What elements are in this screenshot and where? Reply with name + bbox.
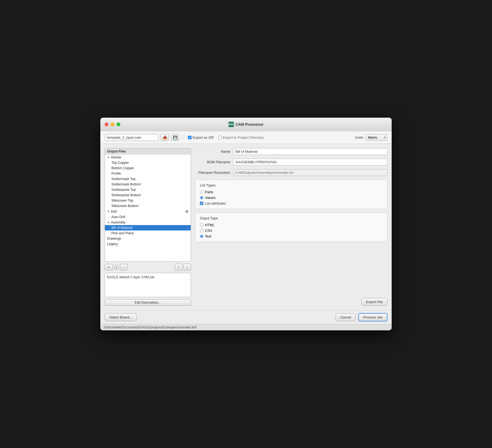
export-zip-checkbox[interactable] [188, 136, 192, 139]
output-type-text-radio[interactable] [200, 235, 203, 238]
remove-item-button[interactable]: - [120, 264, 127, 270]
output-type-text-item[interactable]: Text [200, 234, 383, 238]
description-box: EAGLE default 2 layer CAM job. [105, 273, 191, 297]
tree-item-bill-of-material[interactable]: Bill of Material [105, 225, 191, 230]
filename-resolution-field-row: Filename Resolution [195, 169, 387, 176]
process-job-button[interactable]: Process Job [358, 313, 387, 321]
name-field-row: Name [195, 148, 387, 155]
window-title: CAM Processor [235, 122, 264, 127]
list-types-values-radio[interactable] [200, 196, 203, 199]
units-select[interactable]: Metric Imperial [365, 134, 387, 141]
export-project-group: Export to Project Directory [218, 135, 264, 140]
export-zip-label[interactable]: Export as ZIP [193, 135, 214, 140]
list-types-values-label: Values [205, 196, 216, 200]
open-icon: 📤 [163, 135, 167, 140]
tree-item-drawings[interactable]: Drawings [105, 236, 191, 241]
bottom-bar: Select Board... Cancel Process Job [100, 310, 392, 324]
output-type-html-radio[interactable] [200, 223, 203, 227]
output-type-csv-item[interactable]: CSV [200, 229, 383, 233]
export-project-label[interactable]: Export to Project Directory [223, 135, 264, 140]
soldermask-top-label: Soldermask Top [111, 177, 135, 181]
output-type-text-label: Text [205, 234, 211, 238]
save-file-button[interactable]: 💾 [171, 134, 179, 141]
bom-filename-label: BOM Filename [195, 160, 230, 164]
output-type-html-label: HTML [205, 223, 214, 227]
list-controls: + ▾ - ↑ ↓ [105, 264, 191, 271]
tree-item-pick-and-place[interactable]: Pick and Place [105, 230, 191, 236]
tree-item-solderpaste-top[interactable]: Solderpaste Top [105, 187, 191, 192]
titlebar-title: BRD CAM Processor [228, 122, 264, 127]
bom-filename-field-row: BOM Filename [195, 159, 387, 165]
action-buttons: Cancel Process Job [336, 313, 387, 321]
tree-item-bottom-copper[interactable]: Bottom Copper [105, 165, 191, 171]
app-icon: BRD [228, 122, 234, 127]
tree-item-drill[interactable]: ▼ Drill ⚙ [105, 209, 191, 214]
toolbar-separator [182, 135, 183, 140]
list-types-title: List Types [200, 183, 383, 187]
list-types-values-item[interactable]: Values [200, 196, 383, 200]
name-input[interactable] [233, 148, 387, 155]
cancel-button[interactable]: Cancel [336, 313, 356, 321]
output-type-csv-radio[interactable] [200, 229, 203, 232]
tree-header: Output Files [105, 148, 191, 155]
minimize-button[interactable] [111, 123, 114, 126]
output-type-csv-label: CSV [205, 229, 212, 233]
bottom-copper-label: Bottom Copper [111, 166, 134, 170]
solderpaste-top-label: Solderpaste Top [111, 188, 136, 192]
tree-item-top-copper[interactable]: Top Copper [105, 160, 191, 165]
drill-arrow: ▼ [107, 210, 110, 213]
close-button[interactable] [105, 123, 108, 126]
list-attributes-checkbox[interactable] [200, 202, 203, 205]
list-attributes-label: List attributes [205, 201, 226, 205]
filename-resolution-label: Filename Resolution [195, 171, 230, 175]
description-text: EAGLE default 2 layer CAM job. [107, 275, 155, 279]
drill-settings-icon[interactable]: ⚙ [185, 209, 189, 213]
main-content: Output Files ▼ Gerber Top Copper Bottom … [100, 144, 392, 310]
select-board-button[interactable]: Select Board... [105, 313, 137, 321]
titlebar: BRD CAM Processor [100, 118, 392, 131]
tree-item-soldermask-top[interactable]: Soldermask Top [105, 176, 191, 182]
legacy-label: Legacy [107, 242, 118, 246]
edit-description-button[interactable]: Edit Description... [105, 299, 191, 306]
bom-filename-input[interactable] [233, 159, 387, 165]
left-panel: Output Files ▼ Gerber Top Copper Bottom … [105, 148, 191, 306]
tree-item-legacy[interactable]: Legacy [105, 241, 191, 247]
left-bottom-buttons: Select Board... [105, 313, 137, 321]
add-item-button[interactable]: + [105, 264, 113, 270]
silkscreen-bottom-label: Silkscreen Bottom [111, 204, 139, 208]
tree-item-assembly[interactable]: ▼ Assembly [105, 220, 191, 225]
toolbar: 📤 💾 Export as ZIP Export to Project Dire… [100, 131, 392, 144]
right-panel: Name BOM Filename Filename Resolution Li… [195, 148, 387, 306]
move-up-button[interactable]: ↑ [175, 264, 182, 271]
tree-item-soldermask-bottom[interactable]: Soldermask Bottom [105, 182, 191, 187]
units-label: Units: [355, 135, 364, 140]
tree-item-silkscreen-top[interactable]: Silkscreen Top [105, 198, 191, 203]
units-group: Units: Metric Imperial [355, 134, 387, 141]
cam-file-input[interactable] [105, 134, 159, 141]
auto-drill-label: Auto Drill [111, 215, 125, 219]
output-type-section: Ouput Type HTML CSV Text [195, 213, 387, 242]
drill-label: Drill [111, 210, 117, 213]
tree-item-profile[interactable]: Profile [105, 171, 191, 176]
export-project-checkbox[interactable] [218, 136, 222, 139]
units-select-wrapper: Metric Imperial [365, 134, 387, 141]
maximize-button[interactable] [117, 123, 120, 126]
list-types-parts-radio[interactable] [200, 190, 203, 194]
tree-item-auto-drill[interactable]: Auto Drill [105, 214, 191, 220]
add-dropdown-button[interactable]: ▾ [114, 265, 119, 270]
save-icon: 💾 [173, 135, 177, 140]
soldermask-bottom-label: Soldermask Bottom [111, 182, 141, 186]
export-file-button[interactable]: Export File [361, 298, 387, 306]
filename-resolution-input [233, 169, 387, 176]
list-types-parts-item[interactable]: Parts [200, 190, 383, 194]
tree-container: Output Files ▼ Gerber Top Copper Bottom … [105, 148, 191, 262]
output-type-html-item[interactable]: HTML [200, 223, 383, 227]
tree-item-silkscreen-bottom[interactable]: Silkscreen Bottom [105, 203, 191, 209]
tree-item-gerber[interactable]: ▼ Gerber [105, 155, 191, 160]
bill-of-material-label: Bill of Material [111, 226, 133, 230]
list-attributes-item[interactable]: List attributes [200, 201, 383, 205]
main-window: BRD CAM Processor 📤 💾 Export as ZIP Expo… [100, 118, 392, 330]
move-down-button[interactable]: ↓ [183, 264, 191, 271]
open-file-button[interactable]: 📤 [161, 134, 169, 141]
tree-item-solderpaste-bottom[interactable]: Solderpaste Bottom [105, 192, 191, 198]
